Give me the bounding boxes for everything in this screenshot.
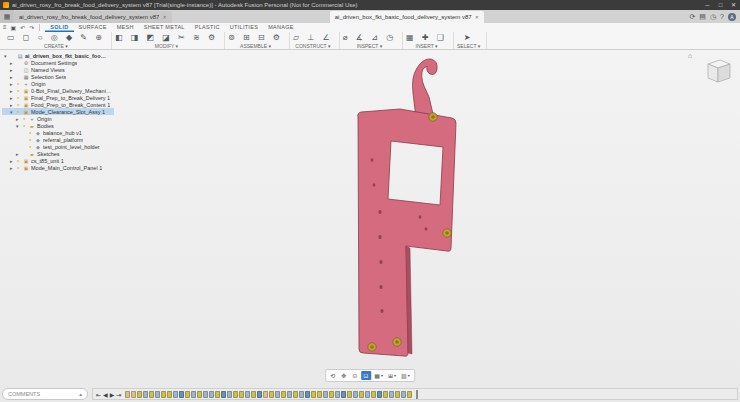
timeline-feature-icon[interactable]	[197, 391, 202, 398]
timeline-feature-icon[interactable]	[359, 391, 364, 398]
timeline-feature-icon[interactable]	[215, 391, 220, 398]
timeline-feature-icon[interactable]	[299, 391, 304, 398]
timeline-feature-icon[interactable]	[293, 391, 298, 398]
ribbon-tab[interactable]: MANAGE	[263, 23, 299, 32]
ribbon-tab[interactable]: SURFACE	[74, 23, 112, 32]
avatar[interactable]: A	[728, 13, 736, 21]
timeline-feature-icon[interactable]	[383, 391, 388, 398]
quick-access-icon[interactable]: ↶	[20, 24, 25, 31]
toolbar-utility-icon[interactable]: ◷	[710, 13, 716, 21]
model-hook[interactable]	[413, 59, 438, 118]
browser-tree-row[interactable]: ▸ ⚙ Document Settings	[2, 59, 114, 66]
tab-close-icon[interactable]: ✕	[475, 14, 479, 20]
timeline-feature-icon[interactable]	[161, 391, 166, 398]
model-plate-face[interactable]	[358, 109, 456, 356]
timeline-feature-icon[interactable]	[401, 391, 406, 398]
expand-arrow-icon[interactable]: ▾	[10, 109, 15, 115]
timeline-feature-icon[interactable]	[329, 391, 334, 398]
timeline-feature-icon[interactable]	[389, 391, 394, 398]
toolbar-group-label[interactable]: CONSTRUCT ▾	[295, 43, 330, 49]
browser-tree-row[interactable]: ▸ ▰ Sketches	[2, 150, 114, 157]
visibility-bulb-icon[interactable]: ●	[17, 109, 21, 114]
browser-tree-row[interactable]: ▸ ● ▣ Mode_Main_Control_Panel 1	[2, 164, 114, 171]
toolbar-group-icons[interactable]: ▭ ◻ ○ ◎ ◆ ✎ ⊕	[7, 33, 105, 43]
ribbon-tab[interactable]: PLASTIC	[190, 23, 225, 32]
expand-arrow-icon[interactable]: ▸	[16, 116, 21, 122]
browser-tree-row[interactable]: ▸ ● + Origin	[2, 80, 114, 87]
browser-tree-row[interactable]: ▾ ▤ ai_driven_box_fkt_basic_food_del...	[2, 52, 114, 59]
browser-tree-row[interactable]: ▸ ▦ Selection Sets	[2, 73, 114, 80]
timeline-feature-icon[interactable]	[275, 391, 280, 398]
expand-arrow-icon[interactable]: ▸	[10, 158, 15, 164]
timeline-feature-icon[interactable]	[305, 391, 310, 398]
home-icon[interactable]: ⌂	[688, 52, 692, 59]
browser-tree-row[interactable]: ● ◆ referral_platform	[2, 136, 114, 143]
model-screw[interactable]	[429, 113, 437, 121]
tab-close-icon[interactable]: ✕	[162, 14, 166, 20]
visibility-bulb-icon[interactable]: ●	[17, 158, 21, 163]
timeline-feature-icon[interactable]	[371, 391, 376, 398]
data-panel-toggle-icon[interactable]: ▦	[0, 10, 14, 23]
timeline-feature-icon[interactable]	[377, 391, 382, 398]
playback-button[interactable]: ⇤	[96, 391, 101, 398]
timeline-feature-icon[interactable]	[155, 391, 160, 398]
timeline-feature-icon[interactable]	[269, 391, 274, 398]
timeline-feature-icon[interactable]	[173, 391, 178, 398]
timeline-feature-icon[interactable]	[341, 391, 346, 398]
timeline-feature-icon[interactable]	[251, 391, 256, 398]
cad-model[interactable]	[340, 45, 480, 370]
toolbar-utility-icon[interactable]: ⟳	[689, 13, 695, 21]
visibility-bulb-icon[interactable]: ●	[29, 130, 33, 135]
browser-tree-row[interactable]: ▸ ● ▣ cs_t85_unit 1	[2, 157, 114, 164]
timeline-end-marker[interactable]	[416, 390, 418, 399]
ribbon-tab[interactable]: UTILITIES	[225, 23, 263, 32]
visibility-bulb-icon[interactable]: ●	[29, 137, 33, 142]
nav-tool-button[interactable]: ⊡	[361, 371, 371, 380]
timeline-feature-icon[interactable]	[143, 391, 148, 398]
browser-tree-row[interactable]: ▸ ● ▣ 0-Bot_Final_Delivery_Mechanism v3	[2, 87, 114, 94]
timeline-feature-icon[interactable]	[245, 391, 250, 398]
toolbar-group-label[interactable]: ASSEMBLE ▾	[240, 43, 271, 49]
playback-button[interactable]: ▶	[110, 391, 115, 398]
expand-arrow-icon[interactable]: ▸	[10, 102, 15, 108]
visibility-bulb-icon[interactable]: ●	[17, 165, 21, 170]
timeline-feature-icon[interactable]	[239, 391, 244, 398]
toolbar-group-icons[interactable]: ⊚ ⊞ ⊟ ⚙	[228, 33, 283, 43]
expand-arrow-icon[interactable]: ▸	[16, 151, 21, 157]
timeline-feature-icon[interactable]	[191, 391, 196, 398]
timeline-feature-icon[interactable]	[335, 391, 340, 398]
timeline-feature-icon[interactable]	[185, 391, 190, 398]
timeline-feature-icon[interactable]	[257, 391, 262, 398]
document-tab[interactable]: ai_driven_box_fkt_basic_food_delivery_sy…	[330, 11, 484, 23]
window-control-button[interactable]: □	[714, 0, 727, 10]
timeline-feature-icon[interactable]	[227, 391, 232, 398]
visibility-bulb-icon[interactable]: ●	[23, 116, 27, 121]
timeline-feature-icon[interactable]	[167, 391, 172, 398]
timeline-feature-icon[interactable]	[263, 391, 268, 398]
view-cube[interactable]: ⌂	[688, 52, 734, 88]
nav-tool-button[interactable]: ▥ ▾	[399, 371, 412, 380]
timeline-feature-icon[interactable]	[311, 391, 316, 398]
nav-tool-button[interactable]: ▦ ▾	[372, 371, 385, 380]
timeline-feature-icon[interactable]	[137, 391, 142, 398]
nav-tool-button[interactable]: ⊙	[350, 371, 360, 380]
visibility-bulb-icon[interactable]: ●	[23, 123, 27, 128]
visibility-bulb-icon[interactable]: ●	[29, 144, 33, 149]
browser-tree-row[interactable]: ● ◆ test_point_level_holder	[2, 143, 114, 150]
model-screw[interactable]	[443, 229, 451, 237]
toolbar-group-label[interactable]: CREATE ▾	[44, 43, 68, 49]
timeline-feature-icon[interactable]	[221, 391, 226, 398]
timeline-feature-icon[interactable]	[179, 391, 184, 398]
browser-tree-row[interactable]: ▸ ◫ Named Views	[2, 66, 114, 73]
timeline-feature-icon[interactable]	[395, 391, 400, 398]
expand-arrow-icon[interactable]: ▸	[10, 74, 15, 80]
timeline-feature-icon[interactable]	[209, 391, 214, 398]
toolbar-group-icons[interactable]: ◧ ◨ ◩ ◪ ✂ ≋ ⚙	[115, 33, 218, 43]
window-control-button[interactable]: ✕	[727, 0, 740, 10]
expand-arrow-icon[interactable]: ▸	[10, 165, 15, 171]
timeline-feature-icon[interactable]	[323, 391, 328, 398]
playback-button[interactable]: ◀	[103, 391, 108, 398]
quick-access-icon[interactable]: ≡	[3, 24, 7, 31]
timeline-feature-icon[interactable]	[287, 391, 292, 398]
browser-tree-row[interactable]: ▾ ● ▣ Mode_Clearance_Slot_Assy 1	[2, 108, 114, 115]
